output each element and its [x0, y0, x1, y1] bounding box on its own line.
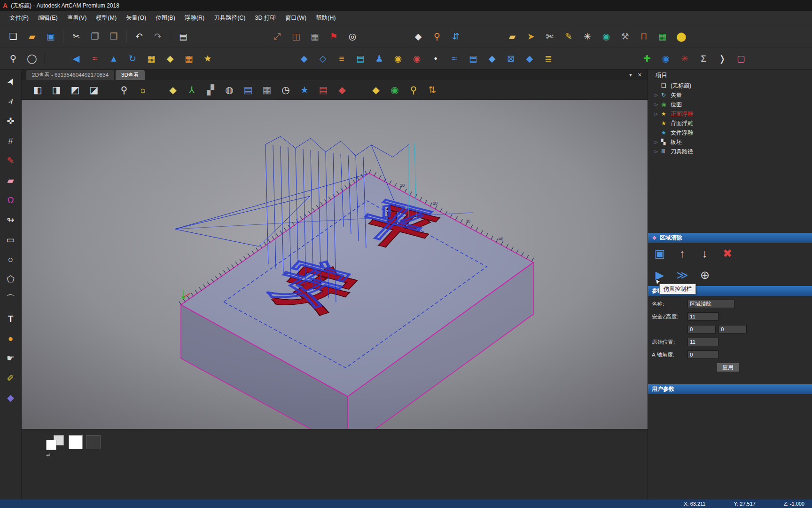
star-blue-tool[interactable]: ★ — [297, 83, 312, 97]
collapse-tabs-icon[interactable]: ▾ — [629, 72, 632, 78]
stack-blue-view-tool[interactable]: ▤ — [241, 83, 255, 97]
burst-red-tool[interactable]: ✳ — [678, 52, 692, 66]
delete-relief-tool[interactable]: ⊠ — [504, 52, 518, 66]
trim-diamond-tool[interactable]: ◆ — [411, 30, 425, 44]
color-swatch-dark[interactable] — [86, 435, 101, 449]
add-green-button[interactable]: ✚ — [640, 52, 654, 66]
copy-button[interactable]: ❐ — [88, 30, 102, 44]
menu-edit[interactable]: 编辑(E) — [33, 12, 62, 24]
close-tab-icon[interactable]: ✕ — [638, 72, 642, 78]
layers-teal-tool[interactable]: ▤ — [353, 52, 367, 66]
ellipse-tool[interactable]: ◯ — [25, 52, 39, 66]
droplet-tool[interactable]: ⬤ — [674, 30, 688, 44]
zoom-view-tool[interactable]: ⚲ — [117, 83, 131, 97]
relief-arrow-tool[interactable]: ◀ — [69, 52, 83, 66]
toolpath-name-input[interactable] — [687, 300, 734, 308]
flat-plane-tool[interactable]: ◆ — [163, 52, 177, 66]
menu-bitmap[interactable]: 位图(B) — [151, 12, 180, 24]
origin-x-input[interactable] — [687, 325, 716, 333]
circle-tool[interactable]: ○ — [3, 251, 19, 267]
grid-block-tool[interactable]: ▦ — [656, 30, 670, 44]
menu-view[interactable]: 查看(V) — [62, 12, 92, 24]
select-tool[interactable]: ➤ — [0, 71, 21, 92]
measure-tool[interactable]: Ω — [3, 192, 19, 208]
weave-tool[interactable]: ▦ — [144, 52, 158, 66]
bridge-tool[interactable]: Π — [637, 30, 651, 44]
apply-button[interactable]: 应用 — [717, 363, 739, 372]
notes-button[interactable]: ▤ — [176, 30, 190, 44]
tab-2d-view[interactable]: 2D查看 - 631354604492170834 — [26, 70, 114, 80]
rectangle-tool[interactable]: ▭ — [3, 231, 19, 247]
star-folder-tool[interactable]: ★ — [201, 52, 215, 66]
plane-red-tool[interactable]: ◆ — [335, 83, 349, 97]
smudge-tool[interactable]: ☛ — [3, 350, 19, 366]
stack-blue-tool[interactable]: ▤ — [466, 52, 480, 66]
expand-arrow-icon[interactable]: ▷ — [655, 140, 661, 144]
green-dot-tool[interactable]: ◉ — [388, 83, 402, 97]
simulate-all-button[interactable]: ≫ — [673, 266, 691, 284]
lamp-blue-tool[interactable]: ◉ — [659, 52, 673, 66]
safe-z-input[interactable] — [687, 312, 718, 321]
offset-tool[interactable]: ⚲ — [430, 30, 444, 44]
marquee-pink-tool[interactable]: ▢ — [734, 52, 748, 66]
sheet-curve-tool[interactable]: ❭ — [715, 52, 729, 66]
tab-3d-view[interactable]: 3D查看 — [116, 70, 145, 80]
primary-color-swatch[interactable] — [46, 440, 56, 450]
axes-tool[interactable]: ⅄ — [185, 83, 199, 97]
wave-blue-tool[interactable]: ≈ — [447, 52, 461, 66]
light-tool[interactable]: ☼ — [136, 83, 150, 97]
a-axis-input[interactable] — [687, 350, 718, 359]
new-file-button[interactable]: ❏ — [6, 30, 20, 44]
menu-window[interactable]: 窗口(W) — [281, 12, 311, 24]
teal-dot-tool[interactable]: ◉ — [599, 30, 613, 44]
tree-item-file-relief[interactable]: ★ 文件浮雕 — [648, 128, 812, 137]
iso-view-top[interactable]: ◩ — [68, 83, 82, 97]
fill-droplet-tool[interactable]: ● — [3, 330, 19, 346]
sum-tool[interactable]: Σ — [696, 52, 710, 66]
node-circle-tool[interactable]: ◎ — [345, 30, 359, 44]
arrow-tool[interactable]: ➤ — [524, 30, 538, 44]
move-up-button[interactable]: ↑ — [673, 245, 691, 262]
iso-view-iso[interactable]: ◪ — [87, 83, 101, 97]
node-edit-tool[interactable]: ➢ — [0, 90, 21, 112]
expand-arrow-icon[interactable]: ▷ — [655, 149, 661, 154]
puzzle-tool[interactable]: ▞ — [203, 83, 218, 97]
dot-tool[interactable]: • — [429, 52, 443, 66]
save-toolpath-button[interactable]: ▣ — [651, 245, 669, 262]
text-tool[interactable]: T — [3, 310, 19, 326]
sculpt-pencil-tool[interactable]: ✎ — [3, 152, 19, 168]
viewport-3d[interactable]: 10 20 30 40 平 安 平 安 — [22, 100, 648, 429]
relief-spin-tool[interactable]: ↻ — [125, 52, 140, 66]
menu-toolpath[interactable]: 刀具路径(C) — [209, 12, 250, 24]
mirror-tool[interactable]: ◫ — [289, 30, 303, 44]
relief-flip-tool[interactable]: ◇ — [316, 52, 330, 66]
viewport-canvas[interactable]: 10 20 30 40 平 安 平 安 — [22, 100, 648, 429]
plane-blue-tool[interactable]: ◆ — [485, 52, 499, 66]
material-cube-tool[interactable]: ◆ — [3, 389, 19, 405]
swap-colors-icon[interactable]: ⇄ — [46, 452, 50, 457]
transform-tool[interactable]: ✜ — [3, 113, 19, 129]
flag-tool[interactable]: ⚑ — [327, 30, 341, 44]
plane-blue-2-tool[interactable]: ◆ — [523, 52, 537, 66]
menu-help[interactable]: 帮助(H) — [311, 12, 340, 24]
arc-tool[interactable]: ⌒ — [3, 291, 19, 307]
swatch-grid-tool[interactable]: ▦ — [308, 30, 322, 44]
zoom-region-tool[interactable]: ⚲ — [6, 52, 20, 66]
polygon-tool[interactable]: ⬠ — [3, 271, 19, 287]
dimension-tool[interactable]: ⤢ — [270, 30, 284, 44]
color-swatch-white[interactable] — [69, 435, 83, 449]
redo-button[interactable]: ↷ — [151, 30, 165, 44]
undo-button[interactable]: ↶ — [132, 30, 146, 44]
relief-figure-tool[interactable]: ♟ — [372, 52, 386, 66]
relief-pyramid-tool[interactable]: ▲ — [107, 52, 121, 66]
mesh-tool[interactable]: ▦ — [182, 52, 196, 66]
export-folder-button[interactable]: ▰ — [505, 30, 519, 44]
dome-red-tool[interactable]: ◉ — [410, 52, 424, 66]
open-folder-button[interactable]: ▰ — [25, 30, 39, 44]
menu-file[interactable]: 文件(F) — [5, 12, 33, 24]
paint-brush-tool[interactable]: ✐ — [3, 370, 19, 386]
menu-vector[interactable]: 矢量(O) — [121, 12, 151, 24]
simulation-control-button[interactable]: ⊕ — [696, 266, 714, 284]
weld-scissors-tool[interactable]: ✄ — [543, 30, 557, 44]
layer-multi-tool[interactable]: ≣ — [541, 52, 555, 66]
